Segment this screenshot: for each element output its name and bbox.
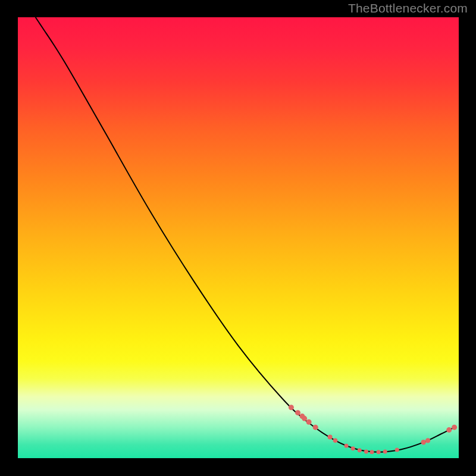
data-marker — [295, 410, 300, 415]
data-marker — [383, 449, 387, 453]
data-marker — [421, 440, 426, 444]
data-marker — [351, 446, 355, 450]
data-marker — [333, 439, 338, 443]
data-marker — [370, 450, 374, 454]
watermark-label: TheBottlenecker.com — [348, 1, 468, 15]
data-marker — [452, 425, 457, 430]
data-marker — [425, 438, 430, 443]
data-marker — [289, 405, 294, 410]
gradient-background — [18, 17, 459, 458]
data-marker — [345, 444, 349, 448]
chart-frame: TheBottlenecker.com — [0, 0, 476, 476]
data-marker — [377, 450, 381, 454]
plot-area — [18, 17, 459, 458]
data-marker — [302, 416, 307, 421]
data-marker — [328, 434, 333, 439]
data-marker — [364, 449, 368, 453]
data-marker — [313, 425, 318, 430]
data-marker — [306, 419, 312, 425]
data-marker — [395, 447, 399, 452]
data-marker — [446, 427, 452, 433]
plot-svg — [18, 17, 459, 458]
data-marker — [358, 448, 362, 452]
